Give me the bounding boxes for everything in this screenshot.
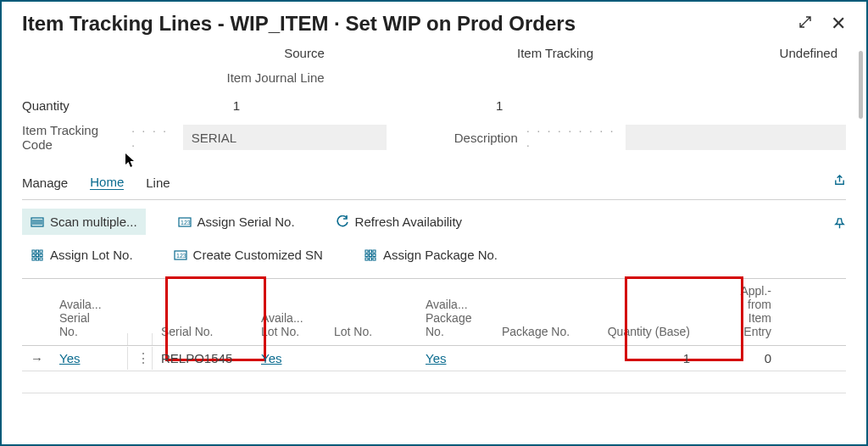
col-header-avail-serial[interactable]: Availa... Serial No. bbox=[51, 293, 127, 345]
assign-package-button[interactable]: Assign Package No. bbox=[355, 242, 506, 268]
table-row[interactable]: → Yes ⋮ RELPO1545 Yes Yes 1 0 bbox=[22, 346, 846, 371]
tab-manage[interactable]: Manage bbox=[22, 176, 68, 190]
description-label: Description bbox=[454, 131, 518, 145]
expand-icon[interactable] bbox=[798, 15, 812, 33]
source-quantity: 1 bbox=[124, 98, 349, 113]
col-header-avail-lot[interactable]: Availa... Lot No. bbox=[253, 306, 326, 345]
assign-lot-button[interactable]: Assign Lot No. bbox=[22, 242, 142, 268]
cell-quantity-base[interactable]: 1 bbox=[595, 348, 710, 369]
row-menu-icon[interactable]: ⋮ bbox=[127, 347, 153, 370]
assign-package-label: Assign Package No. bbox=[383, 248, 498, 262]
grid-icon bbox=[31, 248, 44, 262]
scrollbar[interactable] bbox=[859, 51, 863, 119]
quantity-label: Quantity bbox=[22, 98, 124, 113]
col-header-avail-pkg[interactable]: Availa... Package No. bbox=[417, 293, 493, 345]
serial-number-icon: 123 bbox=[178, 215, 192, 229]
grid-icon bbox=[364, 248, 377, 262]
svg-text:123: 123 bbox=[176, 253, 186, 259]
svg-text:123: 123 bbox=[181, 220, 191, 226]
tracking-header: Item Tracking bbox=[430, 46, 681, 60]
avail-serial-link[interactable]: Yes bbox=[59, 351, 80, 365]
cell-package-no[interactable] bbox=[493, 355, 595, 362]
custom-serial-icon: 123 bbox=[174, 248, 187, 262]
cell-serial-no[interactable]: RELPO1545 bbox=[153, 348, 253, 369]
assign-lot-label: Assign Lot No. bbox=[50, 248, 133, 262]
col-header-lot-no[interactable]: Lot No. bbox=[326, 320, 417, 345]
refresh-label: Refresh Availability bbox=[355, 215, 462, 229]
cell-lot-no[interactable] bbox=[326, 355, 417, 362]
create-customized-sn-label: Create Customized SN bbox=[193, 248, 323, 262]
col-header-serial-no[interactable]: Serial No. bbox=[153, 320, 253, 345]
refresh-availability-button[interactable]: Refresh Availability bbox=[327, 209, 470, 235]
row-selector-arrow-icon[interactable]: → bbox=[22, 348, 51, 369]
page-title: Item Tracking Lines - WIP_ITEM · Set WIP… bbox=[22, 12, 576, 36]
item-tracking-code-label: Item Tracking Code bbox=[22, 123, 123, 152]
create-customized-sn-button[interactable]: 123 Create Customized SN bbox=[165, 242, 331, 268]
undefined-header: Undefined bbox=[681, 46, 846, 60]
close-icon[interactable]: ✕ bbox=[831, 13, 846, 35]
source-header: Source bbox=[179, 46, 430, 60]
dots-decoration: · · · · · bbox=[131, 123, 175, 152]
description-field[interactable] bbox=[626, 125, 846, 150]
refresh-icon bbox=[336, 215, 349, 229]
item-tracking-code-field[interactable] bbox=[183, 125, 387, 150]
cell-appl-from[interactable]: 0 bbox=[710, 348, 795, 369]
journal-line-label: Item Journal Line bbox=[168, 70, 459, 85]
pin-icon[interactable] bbox=[833, 217, 846, 233]
col-header-quantity-base[interactable]: Quantity (Base) bbox=[595, 320, 710, 345]
scan-multiple-label: Scan multiple... bbox=[50, 215, 137, 229]
avail-pkg-link[interactable]: Yes bbox=[426, 351, 446, 365]
tab-line[interactable]: Line bbox=[146, 176, 170, 190]
assign-serial-button[interactable]: 123 Assign Serial No. bbox=[170, 209, 303, 235]
table-row-empty[interactable] bbox=[22, 371, 846, 393]
barcode-icon bbox=[31, 215, 44, 229]
dots-decoration: · · · · · · · · · · bbox=[526, 123, 617, 152]
share-icon[interactable] bbox=[833, 174, 846, 191]
tab-home[interactable]: Home bbox=[90, 175, 124, 190]
col-header-appl-from[interactable]: Appl.-from Item Entry bbox=[710, 279, 795, 345]
tracking-quantity: 1 bbox=[349, 98, 650, 113]
avail-lot-link[interactable]: Yes bbox=[261, 351, 281, 365]
scan-multiple-button[interactable]: Scan multiple... bbox=[22, 209, 146, 235]
assign-serial-label: Assign Serial No. bbox=[198, 215, 295, 229]
col-header-package-no[interactable]: Package No. bbox=[493, 320, 595, 345]
